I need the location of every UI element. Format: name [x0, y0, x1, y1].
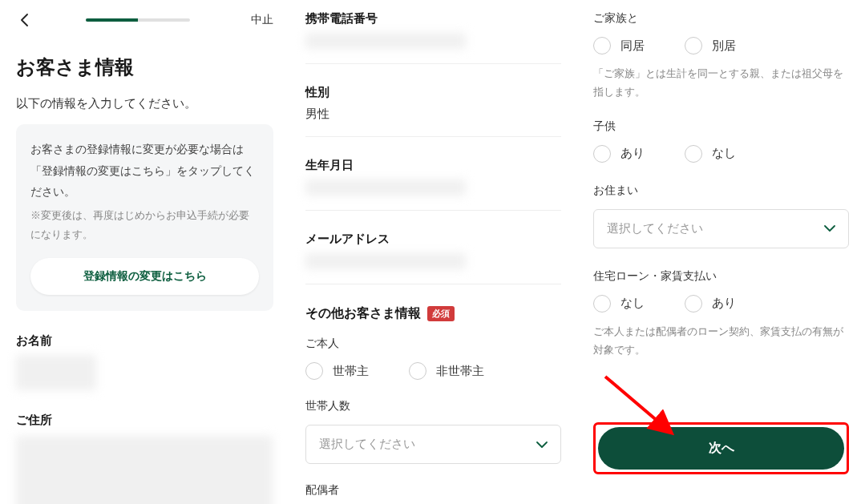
radio-icon	[685, 145, 702, 163]
radio-label: 別居	[712, 38, 736, 54]
chevron-down-icon	[824, 221, 835, 236]
radio-label: なし	[712, 146, 736, 161]
radio-householder[interactable]: 世帯主	[305, 362, 369, 380]
radio-label: あり	[712, 296, 736, 311]
next-button[interactable]: 次へ	[598, 427, 844, 470]
other-info-heading: その他お客さま情報	[305, 305, 421, 322]
radio-icon	[409, 362, 426, 380]
family-help-text: 「ご家族」とは生計を同一とする親、または祖父母を指します。	[593, 64, 849, 102]
radio-label: 世帯主	[333, 364, 369, 379]
radio-icon	[685, 295, 702, 312]
radio-non-householder[interactable]: 非世帯主	[409, 362, 484, 380]
select-placeholder: 選択してください	[607, 221, 703, 236]
required-badge: 必須	[427, 306, 455, 321]
select-placeholder: 選択してください	[319, 437, 415, 452]
household-count-select[interactable]: 選択してください	[305, 425, 561, 464]
radio-children-no[interactable]: なし	[685, 145, 736, 163]
divider	[305, 210, 561, 211]
radio-loan-no[interactable]: なし	[593, 295, 645, 312]
chevron-down-icon	[536, 437, 548, 452]
household-count-label: 世帯人数	[305, 399, 561, 413]
birthdate-label: 生年月日	[305, 158, 561, 173]
email-value-redacted	[305, 253, 466, 269]
cancel-link[interactable]: 中止	[251, 13, 273, 27]
residence-label: お住まい	[593, 183, 849, 198]
info-box: お客さまの登録情報に変更が必要な場合は「登録情報の変更はこちら」をタップしてくだ…	[16, 124, 273, 311]
phone-label: 携帯電話番号	[305, 11, 561, 26]
radio-icon	[593, 295, 611, 312]
name-label: お名前	[16, 333, 273, 349]
children-label: 子供	[593, 119, 849, 134]
radio-children-yes[interactable]: あり	[593, 145, 645, 163]
phone-value-redacted	[305, 33, 466, 49]
info-text: お客さまの登録情報に変更が必要な場合は「登録情報の変更はこちら」をタップしてくだ…	[30, 139, 259, 203]
radio-icon	[305, 362, 323, 380]
email-label: メールアドレス	[305, 232, 561, 247]
divider	[305, 63, 561, 64]
loan-help-text: ご本人または配偶者のローン契約、家賃支払の有無が対象です。	[593, 322, 849, 360]
back-button[interactable]	[16, 12, 32, 28]
radio-label: 非世帯主	[436, 364, 484, 379]
divider	[305, 284, 561, 284]
radio-loan-yes[interactable]: あり	[685, 295, 736, 312]
radio-label: 同居	[620, 38, 645, 54]
name-value-redacted	[16, 355, 96, 390]
spouse-label: 配偶者	[305, 483, 561, 498]
address-value-redacted	[16, 436, 273, 504]
info-note: ※変更後は、再度はじめからお申込手続が必要になります。	[30, 206, 259, 245]
gender-value: 男性	[305, 107, 561, 122]
divider	[305, 136, 561, 137]
gender-label: 性別	[305, 85, 561, 100]
progress-bar	[32, 18, 243, 22]
residence-select[interactable]: 選択してください	[593, 209, 849, 248]
radio-label: なし	[620, 296, 645, 311]
radio-cohabit[interactable]: 同居	[593, 37, 645, 54]
radio-label: あり	[620, 146, 645, 161]
self-label: ご本人	[305, 337, 561, 351]
birthdate-value-redacted	[305, 179, 466, 196]
address-label: ご住所	[16, 413, 273, 428]
loan-label: 住宅ローン・家賃支払い	[593, 269, 849, 284]
family-label: ご家族と	[593, 11, 849, 26]
radio-icon	[593, 37, 611, 54]
change-registration-button[interactable]: 登録情報の変更はこちら	[30, 258, 259, 295]
page-subtitle: 以下の情報を入力してください。	[16, 96, 273, 111]
page-title: お客さま情報	[16, 54, 273, 80]
radio-icon	[593, 145, 611, 163]
radio-icon	[685, 37, 702, 54]
next-button-highlight: 次へ	[593, 422, 849, 474]
radio-separate[interactable]: 別居	[685, 37, 736, 54]
